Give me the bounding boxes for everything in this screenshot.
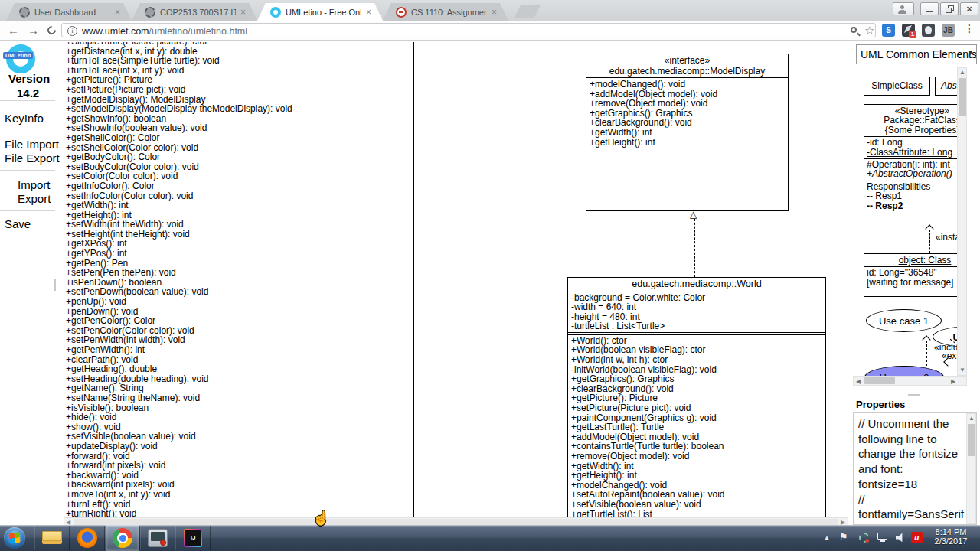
- uml-method-line: +updateDisplay(): void: [66, 442, 292, 452]
- chrome-icon: [113, 528, 132, 548]
- uml-method-line: +getHeight(): int: [590, 138, 788, 148]
- back-icon[interactable]: ←: [8, 24, 19, 37]
- extension-oval-icon[interactable]: [922, 24, 935, 37]
- start-button[interactable]: [4, 527, 25, 549]
- browser-window: User Dashboard × COP2513.700S17 IT Obje …: [0, 0, 980, 551]
- palette-fat-class[interactable]: «Stereotype» Package::FatClass {Some Pro…: [864, 104, 967, 223]
- palette-hscroll-thumb[interactable]: [864, 377, 895, 384]
- uml-method-line: +getWidth(): int: [590, 128, 788, 138]
- scroll-up-icon[interactable]: ▲: [967, 414, 976, 423]
- tab-cs1110[interactable]: CS 1110: Assignment 5 ×: [383, 3, 508, 21]
- canvas-hscrollbar[interactable]: ◀ ▶: [64, 517, 848, 525]
- properties-line: // Uncomment the: [858, 416, 976, 432]
- address-bar[interactable]: i www.umlet.com/umletino/umletino.html ☆: [61, 23, 876, 37]
- properties-line: change the fontsize: [858, 446, 976, 461]
- uml-method-line: +getGraphics(): Graphics: [571, 374, 825, 384]
- palette-hscrollbar[interactable]: ◀ ▶: [853, 376, 967, 386]
- world-class-name: edu.gatech.mediacomp::World: [568, 278, 825, 290]
- palette-dropdown[interactable]: UML Common Elements: [856, 44, 977, 64]
- sidebar-item-save[interactable]: Save: [5, 217, 31, 230]
- zoom-icon[interactable]: [851, 27, 857, 33]
- speaker-icon[interactable]: [896, 533, 906, 543]
- tab-cop2513[interactable]: COP2513.700S17 IT Obje ×: [132, 3, 257, 21]
- sidebar-item-keyinfo[interactable]: KeyInfo: [5, 112, 44, 125]
- avira-icon[interactable]: a: [911, 532, 923, 543]
- restore-icon: [946, 5, 954, 13]
- tab-user-dashboard[interactable]: User Dashboard ×: [6, 3, 132, 21]
- scroll-right-icon[interactable]: ▶: [949, 377, 958, 386]
- extension-s-icon[interactable]: S: [882, 24, 895, 37]
- tab-title: CS 1110: Assignment 5: [411, 8, 487, 17]
- modeldisplay-interface-box[interactable]: «interface» edu.gatech.mediacomp::ModelD…: [586, 54, 789, 211]
- recorder-icon: [148, 529, 168, 547]
- tab-umletino-active[interactable]: UMLetino - Free Online U ×: [257, 3, 383, 21]
- forward-icon[interactable]: →: [28, 24, 39, 37]
- taskbar-recorder[interactable]: [141, 525, 175, 551]
- page-info-icon[interactable]: i: [67, 26, 77, 36]
- world-class-box[interactable]: edu.gatech.mediacomp::World -background …: [567, 277, 826, 517]
- hscroll-thumb[interactable]: [74, 519, 838, 525]
- sidebar-splitter-handle[interactable]: [54, 279, 56, 291]
- action-center-flag-icon[interactable]: ⚑: [839, 531, 848, 543]
- sidebar-item-file-export[interactable]: File Export: [5, 152, 60, 165]
- taskbar-chrome-active[interactable]: [106, 525, 139, 551]
- bookmark-star-icon[interactable]: ☆: [864, 24, 874, 37]
- browser-toolbar: ← → i www.umlet.com/umletino/umletino.ht…: [0, 21, 980, 41]
- sidebar-item-export[interactable]: Export: [18, 192, 51, 205]
- extension-jb-icon[interactable]: JB: [942, 24, 955, 37]
- palette-use-case-1[interactable]: Use case 1: [866, 309, 942, 332]
- palette-vscroll-thumb[interactable]: [959, 78, 966, 116]
- taskbar-intellij[interactable]: IJ: [176, 525, 210, 551]
- properties-textarea[interactable]: // Uncomment thefollowing line tochange …: [853, 412, 977, 525]
- scroll-up-icon[interactable]: ▲: [958, 68, 967, 77]
- interface-methods: +modelChanged(): void+addModel(Object mo…: [586, 78, 788, 147]
- diagram-canvas[interactable]: +SimpleTurtle(Picture picture): ctor+get…: [64, 42, 848, 517]
- palette-vscrollbar[interactable]: ▲ ▼: [957, 67, 967, 376]
- minimize-icon: [926, 11, 933, 12]
- tray-expand-icon[interactable]: ▲: [824, 534, 830, 541]
- fatclass-resp2: -- Resp2: [867, 201, 967, 210]
- chevron-down-icon[interactable]: ▼: [967, 49, 974, 57]
- properties-vscrollbar[interactable]: ▲: [966, 413, 976, 524]
- sidebar-item-import[interactable]: Import: [18, 178, 51, 191]
- properties-vscroll-thumb[interactable]: [968, 424, 975, 456]
- new-tab-button[interactable]: [514, 5, 541, 18]
- profile-button[interactable]: [893, 2, 914, 15]
- properties-lines: // Uncomment thefollowing line tochange …: [858, 416, 976, 522]
- sync-icon[interactable]: [859, 533, 869, 543]
- minimize-button[interactable]: [920, 2, 939, 15]
- refresh-icon[interactable]: [46, 24, 58, 37]
- extension-pen-icon[interactable]: 1: [902, 24, 915, 37]
- uml-method-line: +setModelDisplay(ModelDisplay theModelDi…: [66, 104, 292, 114]
- version-number: 14.2: [17, 86, 39, 99]
- scroll-left-icon[interactable]: ◀: [854, 377, 863, 386]
- network-icon[interactable]: [877, 533, 887, 542]
- fatclass-resp1: -- Resp1: [867, 191, 967, 201]
- tab-close-icon[interactable]: ×: [366, 8, 371, 16]
- uml-method-line: +getHeading(): double: [66, 364, 292, 374]
- properties-line: and font:: [858, 461, 976, 477]
- close-button[interactable]: ×: [960, 2, 978, 15]
- palette-object-class[interactable]: object: Class id: Long="36548" [waiting …: [864, 253, 967, 297]
- realization-triangle-icon: △: [690, 210, 697, 219]
- palette-simple-class[interactable]: SimpleClass: [864, 77, 930, 96]
- uml-method-line: +getLastTurtle(): Turtle: [571, 422, 825, 432]
- palette-canvas[interactable]: SimpleClass AbstractClass «Stereotype» P…: [853, 67, 967, 386]
- panel-splitter-handle[interactable]: [908, 394, 920, 396]
- uml-method-line: +setPicture(Picture pict): void: [66, 85, 292, 95]
- chrome-menu-icon[interactable]: ⋮: [964, 22, 975, 34]
- version-label: Version: [8, 72, 50, 85]
- uml-method-line: +World(int w, int h): ctor: [571, 355, 825, 365]
- fatclass-abstract-operation: +AbstractOperation(): [867, 169, 967, 178]
- restore-button[interactable]: [940, 2, 959, 15]
- tab-title: UMLetino - Free Online U: [286, 8, 361, 17]
- tab-close-icon[interactable]: ×: [240, 8, 246, 16]
- tab-close-icon[interactable]: ×: [115, 8, 120, 16]
- scroll-down-icon[interactable]: ▼: [958, 366, 967, 375]
- tab-close-icon[interactable]: ×: [492, 8, 497, 16]
- taskbar-firefox[interactable]: [70, 525, 104, 551]
- tray-clock[interactable]: 8:14 PM 2/3/2017: [926, 527, 975, 546]
- clock-date: 2/3/2017: [926, 536, 975, 546]
- taskbar-explorer[interactable]: [35, 525, 69, 551]
- sidebar-item-file-import[interactable]: File Import: [5, 138, 59, 151]
